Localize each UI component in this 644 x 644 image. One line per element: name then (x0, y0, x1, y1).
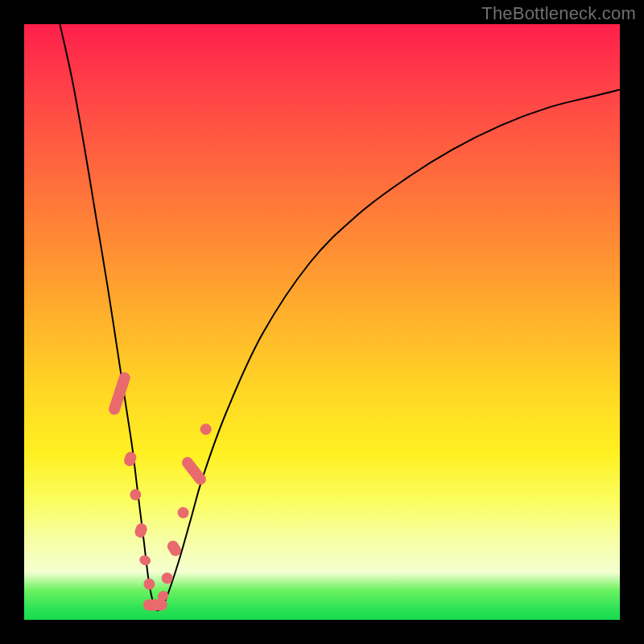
curve-marker (129, 488, 143, 502)
svg-rect-0 (107, 370, 131, 416)
curve-marker (159, 571, 175, 586)
curve-marker (180, 455, 208, 487)
svg-rect-12 (198, 421, 214, 437)
svg-rect-2 (129, 488, 143, 502)
curve-marker (143, 600, 167, 611)
curve-marker (142, 577, 156, 592)
svg-rect-1 (122, 450, 138, 467)
curve-marker (138, 554, 152, 567)
plot-area (24, 24, 620, 620)
svg-rect-8 (159, 571, 175, 586)
curve-marker (134, 522, 149, 539)
curve-marker (175, 505, 191, 520)
curve-marker (198, 421, 214, 437)
chart-frame: TheBottleneck.com (0, 0, 644, 644)
svg-rect-4 (138, 554, 152, 567)
curve-marker (122, 450, 138, 467)
chart-svg (24, 24, 620, 620)
bottleneck-curve (60, 24, 620, 610)
svg-rect-11 (180, 455, 208, 487)
svg-rect-5 (142, 577, 156, 592)
svg-rect-3 (134, 522, 149, 539)
curve-marker (107, 370, 131, 416)
svg-rect-6 (143, 600, 167, 611)
svg-rect-10 (175, 505, 191, 520)
watermark-text: TheBottleneck.com (481, 3, 636, 24)
